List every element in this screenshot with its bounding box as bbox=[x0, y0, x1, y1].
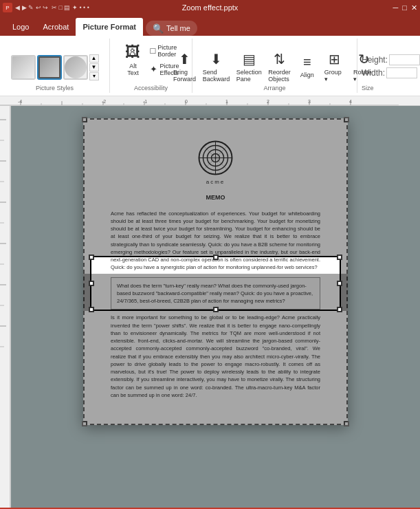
title-bar-icons: P ◀ ▶ ✎ ↩ ↪ ✂ □ ▤ ✦ • • • bbox=[3, 3, 89, 12]
acme-logo-svg bbox=[197, 139, 234, 177]
height-label: Height: bbox=[362, 55, 388, 65]
alt-text-label: AltText bbox=[127, 63, 139, 76]
ruler-v-svg bbox=[0, 106, 11, 508]
picture-styles-section: ▲ ▼ ▾ Picture Styles bbox=[0, 39, 110, 93]
doc-highlight: What does the term "turn-key" really mea… bbox=[111, 277, 320, 310]
style-thumbnails: ▲ ▼ ▾ bbox=[11, 54, 99, 80]
tab-logo[interactable]: Logo bbox=[5, 18, 36, 36]
reorder-objects-label: ReorderObjects bbox=[268, 69, 291, 83]
minimize-btn[interactable]: ─ bbox=[393, 3, 399, 12]
slide: acme MEMO Acme has reflacted the concept… bbox=[83, 118, 348, 425]
doc-logo-text: acme bbox=[111, 178, 320, 186]
ruler-h-svg: -4 -2 -1 0 1 2 3 4 bbox=[0, 96, 399, 106]
reorder-objects-btn[interactable]: ⇅ ReorderObjects bbox=[265, 47, 293, 87]
canvas-area: acme MEMO Acme has reflacted the concept… bbox=[11, 106, 420, 508]
style-thumb-2[interactable] bbox=[37, 55, 62, 80]
arrange-section: ⬆ BringForward ⬇ SendBackward ▤ Selectio… bbox=[192, 39, 357, 93]
alt-text-icon: 🖼 bbox=[125, 43, 140, 61]
align-btn[interactable]: ≡ Align bbox=[295, 47, 320, 87]
window-title: Zoom effect.pptx bbox=[182, 3, 239, 12]
group-icon: ⊞ bbox=[329, 51, 340, 67]
style-thumb-1[interactable] bbox=[11, 55, 36, 80]
svg-rect-0 bbox=[0, 96, 399, 106]
group-btn[interactable]: ⊞ Group ▾ bbox=[321, 47, 349, 87]
picture-effects-icon: ✦ bbox=[150, 64, 157, 74]
height-input[interactable] bbox=[389, 54, 420, 65]
tab-acrobat[interactable]: Acrobat bbox=[36, 18, 76, 36]
selection-pane-icon: ▤ bbox=[243, 51, 256, 67]
app-icon: P bbox=[3, 3, 12, 12]
bring-forward-btn[interactable]: ⬆ BringForward bbox=[170, 47, 199, 87]
svg-text:-4: -4 bbox=[18, 99, 22, 104]
ruler-horizontal: -4 -2 -1 0 1 2 3 4 bbox=[0, 96, 420, 106]
svg-text:4: 4 bbox=[349, 99, 352, 104]
reorder-objects-icon: ⇅ bbox=[274, 51, 285, 67]
svg-text:-2: -2 bbox=[102, 99, 106, 104]
svg-text:3: 3 bbox=[308, 99, 311, 104]
tab-picture-format[interactable]: Picture Format bbox=[76, 18, 143, 36]
width-field[interactable]: Width: bbox=[362, 67, 420, 78]
bring-forward-label: BringForward bbox=[173, 69, 196, 83]
bring-forward-icon: ⬆ bbox=[179, 51, 190, 67]
size-label: Size bbox=[362, 85, 374, 91]
doc-para-1: Acme has reflacted the conceptualization… bbox=[111, 210, 320, 272]
ribbon: ▲ ▼ ▾ Picture Styles 🖼 AltText □ Picture… bbox=[0, 36, 420, 96]
arrange-label: Arrange bbox=[263, 85, 285, 91]
height-field[interactable]: Height: bbox=[362, 54, 420, 65]
document-content: acme MEMO Acme has reflacted the concept… bbox=[83, 118, 348, 425]
selection-pane-btn[interactable]: ▤ SelectionPane bbox=[234, 47, 265, 87]
doc-title: MEMO bbox=[111, 193, 320, 203]
alt-text-btn[interactable]: 🖼 AltText bbox=[120, 40, 146, 80]
main-content: acme MEMO Acme has reflacted the concept… bbox=[0, 106, 420, 508]
slide-area: acme MEMO Acme has reflacted the concept… bbox=[11, 106, 420, 508]
doc-para-2: Is it more important for something to be… bbox=[111, 314, 320, 399]
svg-text:-1: -1 bbox=[143, 99, 147, 104]
styles-scroll-arrows[interactable]: ▲ ▼ ▾ bbox=[89, 54, 99, 80]
tell-me-label: Tell me bbox=[166, 24, 190, 32]
ruler-vertical bbox=[0, 106, 11, 508]
ribbon-tabs: Logo Acrobat Picture Format 🔍 Tell me bbox=[0, 15, 420, 36]
ribbon-icons: ◀ ▶ ✎ ↩ ↪ ✂ □ ▤ ✦ • • • bbox=[15, 4, 89, 11]
width-label: Width: bbox=[362, 68, 385, 78]
style-thumb-3[interactable] bbox=[63, 55, 88, 80]
send-backward-label: SendBackward bbox=[203, 69, 230, 83]
picture-border-icon: □ bbox=[150, 45, 155, 56]
accessibility-label: Accessibility bbox=[134, 85, 168, 91]
width-input[interactable] bbox=[386, 67, 417, 78]
align-label: Align bbox=[300, 72, 314, 78]
styles-up-arrow[interactable]: ▲ bbox=[89, 54, 99, 63]
tell-me-box[interactable]: 🔍 Tell me bbox=[146, 21, 197, 36]
send-backward-btn[interactable]: ⬇ SendBackward bbox=[200, 47, 232, 87]
svg-text:2: 2 bbox=[267, 99, 269, 104]
svg-rect-27 bbox=[0, 106, 11, 508]
align-icon: ≡ bbox=[303, 54, 311, 70]
svg-text:1: 1 bbox=[225, 99, 228, 104]
size-section: Height: Width: ⊡ Crop Size bbox=[357, 39, 420, 93]
svg-text:0: 0 bbox=[185, 99, 188, 104]
send-backward-icon: ⬇ bbox=[210, 51, 222, 67]
close-btn[interactable]: ✕ bbox=[411, 3, 417, 12]
selection-pane-label: SelectionPane bbox=[236, 69, 262, 83]
group-label: Group ▾ bbox=[324, 69, 345, 83]
picture-styles-label: Picture Styles bbox=[36, 85, 74, 91]
styles-more-arrow[interactable]: ▾ bbox=[89, 72, 99, 80]
styles-down-arrow[interactable]: ▼ bbox=[89, 63, 99, 72]
doc-logo: acme bbox=[111, 139, 320, 186]
title-bar: P ◀ ▶ ✎ ↩ ↪ ✂ □ ▤ ✦ • • • Zoom effect.pp… bbox=[0, 0, 420, 15]
maximize-btn[interactable]: □ bbox=[402, 3, 407, 12]
